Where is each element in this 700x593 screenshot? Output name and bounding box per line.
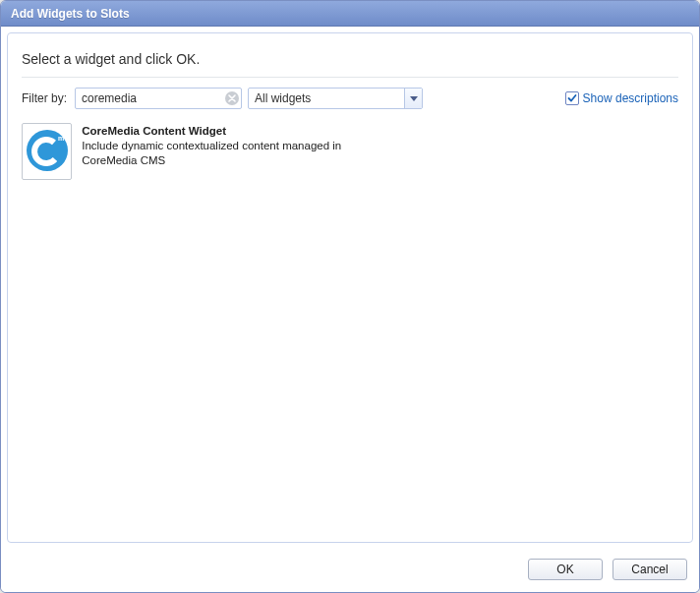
divider bbox=[22, 77, 678, 78]
widget-tile[interactable]: m CoreMedia Content Widget Include dynam… bbox=[22, 123, 376, 180]
filter-input[interactable] bbox=[75, 88, 242, 109]
cancel-button[interactable]: Cancel bbox=[612, 559, 687, 580]
filter-row: Filter by: All widgets bbox=[22, 88, 678, 109]
dialog-footer: OK Cancel bbox=[1, 549, 699, 592]
select-display: All widgets bbox=[248, 88, 423, 109]
widget-list: m CoreMedia Content Widget Include dynam… bbox=[22, 123, 678, 532]
titlebar[interactable]: Add Widgets to Slots bbox=[1, 1, 699, 27]
dialog-window: Add Widgets to Slots Select a widget and… bbox=[0, 0, 700, 593]
widget-description: Include dynamic contextualized content m… bbox=[82, 139, 376, 168]
widget-title: CoreMedia Content Widget bbox=[82, 125, 376, 137]
svg-text:m: m bbox=[57, 135, 63, 142]
window-title: Add Widgets to Slots bbox=[11, 7, 130, 21]
chevron-down-icon bbox=[404, 89, 422, 108]
dialog-body: Select a widget and click OK. Filter by:… bbox=[7, 32, 693, 543]
instruction-text: Select a widget and click OK. bbox=[22, 51, 678, 67]
filter-label: Filter by: bbox=[22, 91, 67, 105]
checkbox-icon bbox=[565, 91, 579, 105]
coremedia-circle-icon: m bbox=[25, 128, 70, 176]
show-descriptions-label: Show descriptions bbox=[583, 91, 678, 105]
widget-icon-box: m bbox=[22, 123, 72, 180]
widget-info: CoreMedia Content Widget Include dynamic… bbox=[82, 123, 376, 168]
filter-input-wrap bbox=[75, 88, 242, 109]
clear-filter-icon[interactable] bbox=[225, 91, 239, 105]
widget-type-select[interactable]: All widgets bbox=[248, 88, 423, 109]
ok-button[interactable]: OK bbox=[528, 559, 603, 580]
show-descriptions-toggle[interactable]: Show descriptions bbox=[565, 91, 678, 105]
